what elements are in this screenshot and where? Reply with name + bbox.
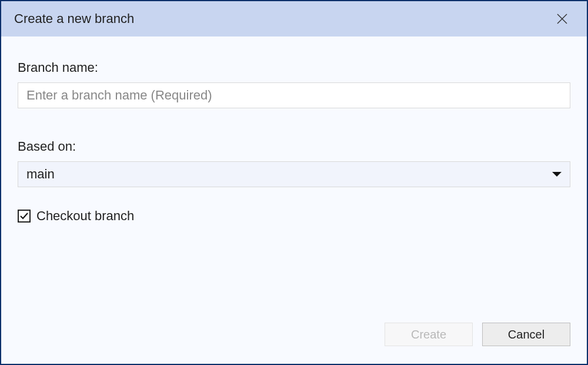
based-on-select[interactable]: main: [18, 161, 570, 187]
branch-name-label: Branch name:: [18, 60, 570, 75]
branch-name-field: Branch name:: [18, 60, 570, 108]
chevron-down-icon: [552, 172, 562, 177]
based-on-field: Based on: main: [18, 139, 570, 187]
checkout-branch-row: Checkout branch: [18, 208, 570, 224]
based-on-label: Based on:: [18, 139, 570, 154]
checkout-branch-checkbox[interactable]: [18, 210, 31, 223]
checkout-branch-label: Checkout branch: [36, 208, 134, 224]
based-on-value: main: [26, 167, 55, 182]
dialog-content: Branch name: Based on: main Checkout bra…: [1, 36, 587, 323]
check-icon: [19, 211, 29, 221]
dialog-footer: Create Cancel: [1, 323, 587, 364]
close-button[interactable]: [550, 7, 574, 31]
create-button[interactable]: Create: [385, 323, 473, 346]
dialog-title: Create a new branch: [14, 11, 134, 26]
branch-name-input[interactable]: [18, 82, 570, 108]
cancel-button[interactable]: Cancel: [482, 323, 570, 346]
create-branch-dialog: Create a new branch Branch name: Based o…: [0, 0, 588, 365]
titlebar: Create a new branch: [1, 1, 587, 36]
close-icon: [556, 13, 568, 25]
